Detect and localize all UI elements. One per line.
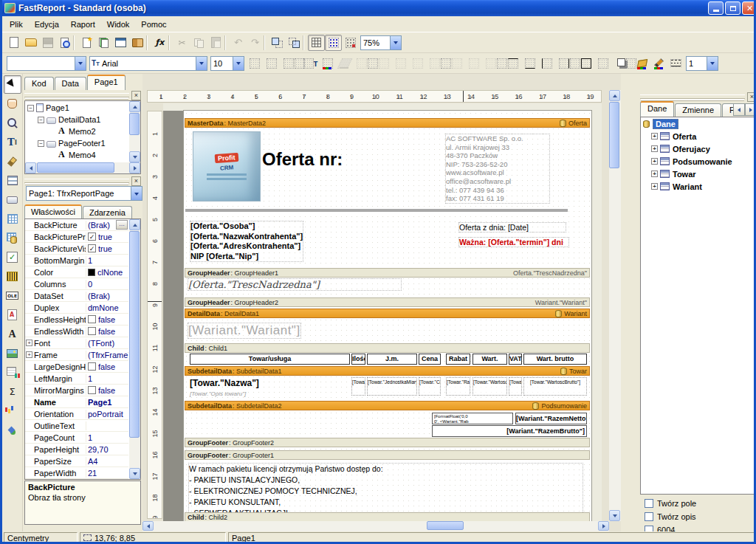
undo-button[interactable] xyxy=(230,35,247,51)
window-title: FastReport - Standard (osoba) xyxy=(18,3,708,13)
menu-item[interactable]: Pomoc xyxy=(135,18,172,31)
line-width-select[interactable]: 1 xyxy=(686,56,718,71)
chevron-down-icon[interactable] xyxy=(75,57,86,70)
line-color-icon xyxy=(653,58,665,69)
cut-button[interactable] xyxy=(173,35,190,51)
sep[interactable] xyxy=(572,55,577,72)
redo-icon xyxy=(249,37,261,49)
font-settings-button[interactable] xyxy=(302,55,319,72)
sep[interactable] xyxy=(73,35,78,51)
paste-icon xyxy=(210,37,222,49)
title-bar: FastReport - Standard (osoba) ✕ xyxy=(0,0,756,16)
font-select[interactable]: TT Arial xyxy=(89,56,207,71)
frame-bottom-button[interactable] xyxy=(521,55,538,72)
menu-item[interactable]: Widok xyxy=(101,18,136,31)
shadow-button[interactable] xyxy=(611,55,628,72)
minimize-button[interactable] xyxy=(708,1,724,15)
data-panel-tab[interactable]: Dane xyxy=(640,101,674,117)
new-report-button[interactable] xyxy=(78,35,95,51)
preview-button[interactable] xyxy=(56,35,73,51)
chevron-down-icon[interactable] xyxy=(390,36,401,49)
paste-button[interactable] xyxy=(207,35,224,51)
sep[interactable] xyxy=(297,55,302,72)
script-button[interactable] xyxy=(151,35,168,51)
style-select[interactable] xyxy=(7,56,86,71)
bold-button[interactable] xyxy=(246,55,263,72)
frame-top-button[interactable] xyxy=(504,55,521,72)
align-left-button[interactable] xyxy=(375,55,392,72)
cut-icon xyxy=(176,37,188,49)
chevron-down-icon[interactable] xyxy=(233,57,244,70)
new-document-button[interactable] xyxy=(5,35,22,51)
redo-button[interactable] xyxy=(247,35,264,51)
align-to-grid-button[interactable] xyxy=(325,35,342,51)
standard-toolbar: 75% xyxy=(2,32,756,53)
coords-status: 13,76; 8,85 xyxy=(80,532,226,543)
line-style-button[interactable] xyxy=(667,55,684,72)
sep xyxy=(303,37,308,49)
underline-button[interactable] xyxy=(280,55,297,72)
valign-bottom-button[interactable] xyxy=(482,55,499,72)
font-size-value: 10 xyxy=(211,59,233,68)
fit-to-grid-button[interactable] xyxy=(342,35,359,51)
menu-item[interactable]: Plik xyxy=(4,18,29,31)
new-page-button[interactable] xyxy=(95,35,112,51)
menu-item[interactable]: Edycja xyxy=(29,18,65,31)
align-center-icon xyxy=(394,58,407,69)
highlight-button[interactable] xyxy=(336,55,353,72)
send-to-back-button[interactable] xyxy=(286,35,303,51)
font-color-button[interactable] xyxy=(319,55,336,72)
copy-button[interactable] xyxy=(190,35,207,51)
chevron-down-icon[interactable] xyxy=(707,57,718,70)
text-rotation-button[interactable] xyxy=(353,55,370,72)
menu-item[interactable]: Raport xyxy=(65,18,101,31)
fit-grid-icon xyxy=(344,37,357,49)
sep[interactable] xyxy=(499,55,504,72)
frame-all-button[interactable] xyxy=(577,55,594,72)
sep[interactable] xyxy=(303,35,308,51)
new-report-icon xyxy=(80,37,93,49)
sep[interactable] xyxy=(146,35,151,51)
selection-rect-icon xyxy=(83,534,92,541)
bring-front-icon xyxy=(271,37,284,49)
frame-right-button[interactable] xyxy=(555,55,572,72)
bring-to-front-button[interactable] xyxy=(269,35,286,51)
frame-none-button[interactable] xyxy=(594,55,611,72)
sep[interactable] xyxy=(264,35,269,51)
new-dialog-button[interactable] xyxy=(112,35,129,51)
frame-none-icon xyxy=(597,58,609,69)
italic-button[interactable] xyxy=(263,55,280,72)
chevron-down-icon[interactable] xyxy=(196,57,207,70)
report-wizard-button[interactable] xyxy=(129,35,146,51)
align-right-button[interactable] xyxy=(409,55,426,72)
save-button[interactable] xyxy=(39,35,56,51)
align-justify-button[interactable] xyxy=(426,55,443,72)
font-size-select[interactable]: 10 xyxy=(210,56,244,71)
minimize-icon xyxy=(713,10,719,12)
show-grid-button[interactable] xyxy=(308,35,325,51)
sep[interactable] xyxy=(628,55,633,72)
frame-left-icon xyxy=(540,58,553,69)
align-center-button[interactable] xyxy=(392,55,409,72)
zoom-select[interactable]: 75% xyxy=(360,35,402,50)
valign-top-button[interactable] xyxy=(448,55,465,72)
zoom-value: 75% xyxy=(361,38,390,47)
valign-center-button[interactable] xyxy=(465,55,482,72)
restore-button[interactable] xyxy=(725,1,740,15)
format-toolbar: TT Arial 10 xyxy=(2,53,756,74)
fill-color-button[interactable] xyxy=(633,55,650,72)
text-rotation-icon xyxy=(355,58,368,69)
sep xyxy=(224,37,230,49)
open-button[interactable] xyxy=(22,35,39,51)
highlight-icon xyxy=(338,58,351,69)
save-icon xyxy=(41,37,54,49)
sep[interactable] xyxy=(370,55,375,72)
sep[interactable] xyxy=(224,35,230,51)
italic-icon xyxy=(265,58,278,69)
sep[interactable] xyxy=(168,35,173,51)
frame-left-button[interactable] xyxy=(538,55,555,72)
sep[interactable] xyxy=(443,55,448,72)
line-color-button[interactable] xyxy=(650,55,667,72)
designer-tab[interactable]: Page1 xyxy=(87,75,126,90)
close-button[interactable]: ✕ xyxy=(742,1,756,15)
